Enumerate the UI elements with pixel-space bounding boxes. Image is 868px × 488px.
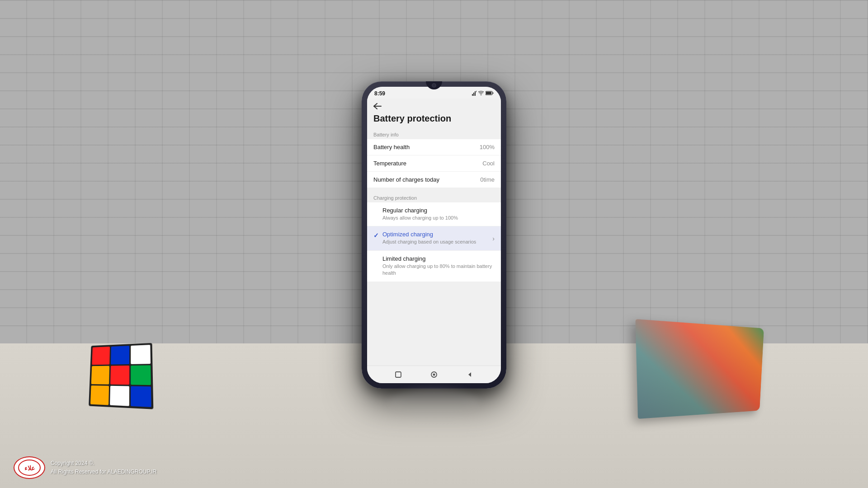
limited-charging-desc: Only allow charging up to 80% to maintai… bbox=[382, 263, 495, 277]
cube-cell bbox=[131, 365, 151, 385]
nav-square-button[interactable] bbox=[393, 370, 403, 380]
battery-status-icon bbox=[486, 91, 494, 96]
cube-cell bbox=[91, 366, 109, 385]
svg-rect-4 bbox=[475, 91, 476, 96]
temperature-row: Temperature Cool bbox=[367, 155, 501, 172]
optimized-charging-text: Optimized charging Adjust charging based… bbox=[382, 231, 492, 245]
watermark-text-block: Copyright 2024 ©. All Rights Reserved fo… bbox=[51, 459, 157, 476]
section-gap bbox=[367, 188, 501, 192]
phone-shell: 8:59 bbox=[362, 81, 506, 389]
charging-section-label: Charging protection bbox=[367, 192, 501, 202]
optimized-charging-desc: Adjust charging based on usage scenarios bbox=[382, 239, 492, 245]
rubiks-cube bbox=[88, 343, 151, 407]
wifi-icon bbox=[478, 91, 484, 96]
cube-cell bbox=[111, 346, 129, 365]
status-icons bbox=[472, 90, 494, 97]
content-spacer bbox=[367, 282, 501, 366]
phone-container: 8:59 bbox=[362, 81, 506, 389]
charges-today-row: Number of charges today 0time bbox=[367, 172, 501, 188]
regular-charging-desc: Always allow charging up to 100% bbox=[382, 215, 495, 221]
limited-charging-option[interactable]: ✓ Limited charging Only allow charging u… bbox=[367, 251, 501, 282]
magazine bbox=[635, 319, 764, 419]
bottom-nav bbox=[367, 366, 501, 383]
page-title: Battery protection bbox=[373, 113, 495, 124]
cube-cell bbox=[131, 386, 151, 407]
screen-content: Battery protection Battery info Battery … bbox=[367, 99, 501, 366]
cube-cell bbox=[131, 345, 151, 364]
copyright-text: Copyright 2024 ©. bbox=[51, 459, 157, 468]
rights-text: All Rights Reserved for ALAEDINGROUP.IR bbox=[51, 468, 157, 476]
temperature-value: Cool bbox=[482, 160, 495, 167]
optimized-arrow-icon: › bbox=[492, 235, 495, 242]
cube-cell bbox=[92, 347, 110, 365]
limited-charging-text: Limited charging Only allow charging up … bbox=[382, 255, 495, 277]
battery-health-row: Battery health 100% bbox=[367, 139, 501, 155]
battery-health-value: 100% bbox=[480, 144, 495, 150]
regular-charging-option[interactable]: ✓ Regular charging Always allow charging… bbox=[367, 202, 501, 226]
optimized-charging-title: Optimized charging bbox=[382, 231, 492, 238]
nav-back-button[interactable] bbox=[465, 370, 475, 380]
svg-point-12 bbox=[433, 374, 435, 376]
cube-cell bbox=[110, 386, 129, 406]
cube-cell bbox=[110, 366, 129, 385]
signal-icon bbox=[472, 90, 476, 97]
front-camera bbox=[432, 83, 436, 88]
svg-marker-13 bbox=[468, 372, 471, 377]
charges-today-label: Number of charges today bbox=[373, 176, 439, 183]
battery-health-label: Battery health bbox=[373, 144, 410, 150]
back-button[interactable] bbox=[373, 102, 382, 112]
regular-charging-title: Regular charging bbox=[382, 207, 495, 214]
phone-screen: 8:59 bbox=[367, 87, 501, 383]
nav-home-button[interactable] bbox=[429, 370, 439, 380]
temperature-label: Temperature bbox=[373, 160, 406, 167]
svg-rect-10 bbox=[396, 372, 401, 377]
svg-rect-3 bbox=[473, 93, 474, 96]
svg-text:علاء: علاء bbox=[24, 465, 35, 472]
optimized-charging-option[interactable]: ✓ Optimized charging Adjust charging bas… bbox=[367, 226, 501, 250]
svg-rect-7 bbox=[486, 92, 491, 94]
limited-charging-title: Limited charging bbox=[382, 255, 495, 262]
svg-rect-8 bbox=[493, 93, 494, 94]
watermark-logo: علاء bbox=[14, 456, 45, 479]
optimized-check: ✓ bbox=[373, 232, 379, 239]
watermark: علاء Copyright 2024 ©. All Rights Reserv… bbox=[14, 456, 157, 479]
charges-today-value: 0time bbox=[480, 176, 495, 183]
svg-marker-5 bbox=[476, 90, 476, 92]
battery-info-section-label: Battery info bbox=[367, 129, 501, 139]
cube-cell bbox=[90, 385, 109, 405]
status-time: 8:59 bbox=[374, 90, 385, 97]
svg-rect-2 bbox=[472, 94, 473, 96]
regular-charging-text: Regular charging Always allow charging u… bbox=[382, 207, 495, 221]
phone-reflection bbox=[389, 389, 479, 416]
app-header: Battery protection bbox=[367, 99, 501, 129]
